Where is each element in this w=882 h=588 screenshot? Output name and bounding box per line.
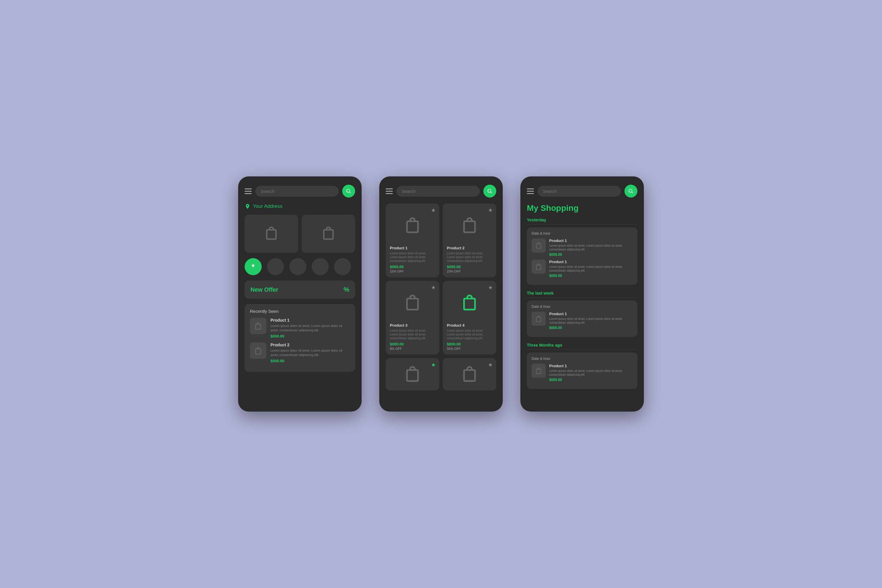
order-price-3: $000.00 (549, 326, 633, 330)
product-name-1: Product 1 (270, 318, 350, 322)
section-label-three-months: Three Months ago (527, 343, 638, 350)
product-grid-card-2[interactable]: ★ Product 2 Lorem ipsum dolor sit amet, … (443, 204, 496, 277)
category-btn-4[interactable] (312, 258, 329, 275)
order-info-4: Product 1 Lorem ipsum dolor sit amet, Lo… (549, 364, 633, 382)
list-item[interactable]: Product 2 Lorem ipsum dolor sit amet, Lo… (250, 342, 350, 363)
card-desc-2: Lorem ipsum dolor sit amet, Lorem ipsum … (447, 251, 492, 263)
order-thumb-4 (531, 364, 546, 378)
product-grid-card-5[interactable]: ★ (386, 358, 439, 390)
star-button-5[interactable]: ★ (431, 362, 436, 368)
star-button-1[interactable]: ★ (431, 207, 436, 213)
section-yesterday: Yesterday Date & hour Product 1 Lorem ip… (527, 218, 638, 290)
circles-row (244, 258, 355, 275)
order-info-2: Product 1 Lorem ipsum dolor sit amet, Lo… (549, 260, 633, 278)
product-grid-card-1[interactable]: ★ Product 1 Lorem ipsum dolor sit amet, … (386, 204, 439, 277)
order-date-3: Date & hour (531, 357, 633, 361)
bag-icon-1 (263, 225, 279, 242)
location-icon (244, 204, 250, 209)
card-desc-1: Lorem ipsum dolor sit amet, Lorem ipsum … (390, 251, 435, 263)
card-name-4: Product 4 (447, 323, 492, 327)
order-item-2[interactable]: Product 1 Lorem ipsum dolor sit amet, Lo… (531, 260, 633, 278)
card-discount-3: 8% OFF (390, 347, 435, 351)
card-discount-2: 23% OFF (447, 270, 492, 273)
list-item[interactable]: Product 1 Lorem ipsum dolor sit amet, Lo… (250, 318, 350, 338)
card-price-1: $000.00 (390, 265, 435, 269)
order-desc-3: Lorem ipsum dolor sit amet, Lorem ipsum … (549, 317, 633, 325)
star-button-3[interactable]: ★ (431, 284, 436, 291)
search-input-2[interactable] (396, 186, 480, 196)
order-name-1: Product 1 (549, 238, 633, 243)
new-offer-card[interactable]: New Offer % (244, 280, 355, 299)
my-shopping-title: My Shopping (527, 204, 638, 213)
search-button-3[interactable] (624, 184, 638, 198)
hamburger-menu-icon-3[interactable] (527, 189, 534, 194)
recently-seen-card: Recently Seen Product 1 Lorem ipsum dolo… (244, 304, 355, 372)
banner-card-1[interactable] (244, 214, 298, 253)
star-button-6[interactable]: ★ (488, 362, 493, 368)
order-price-1: $000.00 (549, 252, 633, 256)
order-name-3: Product 1 (549, 312, 633, 316)
product-grid-card-6[interactable]: ★ (443, 358, 496, 390)
category-btn-5[interactable] (334, 258, 351, 275)
product-info-1: Product 1 Lorem ipsum dolor sit amet, Lo… (270, 318, 350, 338)
phone-1: Your Address New Offer % Recently Seen (238, 176, 362, 412)
header-row-2 (386, 184, 496, 198)
order-price-2: $000.00 (549, 274, 633, 278)
order-item-3[interactable]: Product 1 Lorem ipsum dolor sit amet, Lo… (531, 312, 633, 330)
card-discount-4: 55% OFF (447, 347, 492, 351)
address-label: Your Address (253, 204, 282, 209)
bag-icon-2 (321, 225, 336, 242)
order-item-4[interactable]: Product 1 Lorem ipsum dolor sit amet, Lo… (531, 364, 633, 382)
search-input-1[interactable] (255, 186, 339, 196)
card-price-2: $000.00 (447, 265, 492, 269)
order-price-4: $000.00 (549, 378, 633, 382)
order-thumb-2 (531, 260, 546, 274)
phone-3: My Shopping Yesterday Date & hour Produc… (520, 176, 644, 412)
product-grid-card-3[interactable]: ★ Product 3 Lorem ipsum dolor sit amet, … (386, 281, 439, 355)
card-price-3: $000.00 (390, 342, 435, 346)
hamburger-menu-icon[interactable] (244, 189, 252, 194)
order-info-1: Product 1 Lorem ipsum dolor sit amet, Lo… (549, 238, 633, 256)
card-image-2 (447, 208, 492, 243)
section-label-yesterday: Yesterday (527, 218, 638, 224)
card-image-3 (390, 285, 435, 320)
section-last-week: The last week Date & hour Product 1 Lore… (527, 291, 638, 342)
product-grid-card-4[interactable]: ★ Product 4 Lorem ipsum dolor sit amet, … (443, 281, 496, 355)
category-btn-2[interactable] (267, 258, 284, 275)
search-button-2[interactable] (483, 184, 496, 198)
banner-row (244, 214, 355, 253)
recently-seen-title: Recently Seen (250, 309, 350, 314)
header-row-1 (244, 184, 355, 198)
card-image-4 (447, 285, 492, 320)
product-desc-2: Lorem ipsum dolor sit amet, Lorem ipsum … (270, 348, 350, 357)
card-discount-1: 15% OFF (390, 270, 435, 273)
order-info-3: Product 1 Lorem ipsum dolor sit amet, Lo… (549, 312, 633, 330)
header-row-3 (527, 184, 638, 198)
order-desc-2: Lorem ipsum dolor sit amet, Lorem ipsum … (549, 265, 633, 273)
search-input-3[interactable] (537, 186, 621, 196)
product-name-2: Product 2 (270, 342, 350, 347)
card-name-3: Product 3 (390, 323, 435, 327)
phone-2: ★ Product 1 Lorem ipsum dolor sit amet, … (379, 176, 503, 412)
order-desc-4: Lorem ipsum dolor sit amet, Lorem ipsum … (549, 369, 633, 376)
product-price-2: $000.00 (270, 358, 350, 363)
hamburger-menu-icon-2[interactable] (386, 189, 393, 194)
search-button-1[interactable] (342, 184, 355, 198)
card-name-1: Product 1 (390, 246, 435, 250)
banner-card-2[interactable] (302, 214, 355, 253)
product-info-2: Product 2 Lorem ipsum dolor sit amet, Lo… (270, 342, 350, 363)
address-row: Your Address (244, 204, 355, 209)
order-thumb-1 (531, 238, 546, 252)
sparkle-button[interactable] (244, 258, 262, 275)
order-date-1: Date & hour (531, 231, 633, 236)
card-desc-3: Lorem ipsum dolor sit amet, Lorem ipsum … (390, 329, 435, 340)
star-button-4[interactable]: ★ (488, 284, 493, 291)
category-btn-3[interactable] (289, 258, 306, 275)
order-item-1[interactable]: Product 1 Lorem ipsum dolor sit amet, Lo… (531, 238, 633, 256)
card-image-6 (447, 362, 492, 386)
order-card-3: Date & hour Product 1 Lorem ipsum dolor … (527, 352, 638, 389)
card-image-1 (390, 208, 435, 243)
star-button-2[interactable]: ★ (488, 207, 493, 213)
product-thumb-2 (250, 342, 266, 359)
card-price-4: $000.00 (447, 342, 492, 346)
